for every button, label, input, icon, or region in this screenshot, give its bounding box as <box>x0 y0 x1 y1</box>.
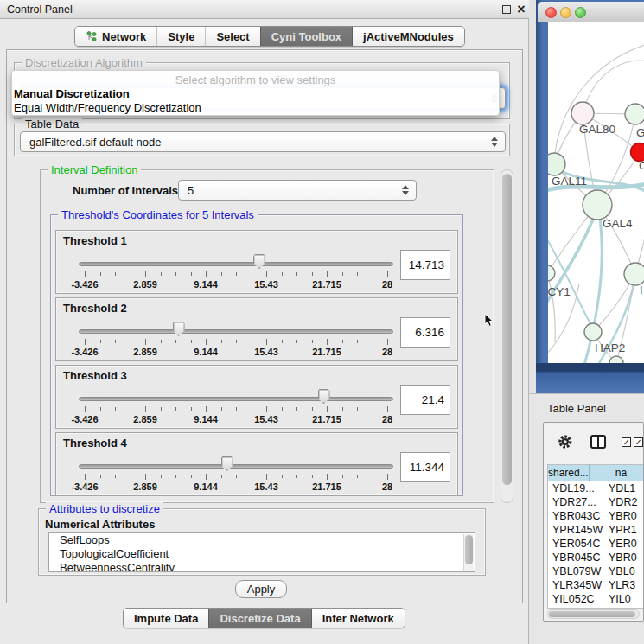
node-gcy1[interactable] <box>548 265 555 281</box>
threshold-2-value[interactable]: 6.316 <box>400 317 450 348</box>
combo-arrows-icon <box>402 185 410 195</box>
table-panel-body: ✓ ✓ shared... na YDL19...YDL1 YDR27...YD… <box>543 422 644 622</box>
scale-label: 21.715 <box>312 481 341 492</box>
scale-label: 15.43 <box>254 414 278 424</box>
table-data-combobox[interactable]: galFiltered.sif default node <box>20 131 506 152</box>
numerical-attributes-list[interactable]: SelfLoops TopologicalCoefficient Between… <box>48 532 475 572</box>
cell[interactable]: YBL0 <box>603 565 643 577</box>
table-row[interactable]: YBL079WYBL0 <box>548 564 643 578</box>
close-traffic-light[interactable] <box>545 7 557 18</box>
cell[interactable]: YDL19... <box>548 482 603 494</box>
tab-jactivemnodules[interactable]: jActiveMNodules <box>352 27 464 46</box>
cell[interactable]: YBR0 <box>603 510 643 522</box>
cell[interactable]: YER0 <box>603 538 643 550</box>
threshold-2-slider[interactable]: -3.426 2.859 9.144 15.43 21.715 28 <box>79 321 393 360</box>
tab-discretize-data[interactable]: Discretize Data <box>208 609 310 628</box>
number-of-intervals-combobox[interactable]: 5 <box>178 180 417 201</box>
network-window-titlebar[interactable] <box>538 2 644 22</box>
threshold-4-value[interactable]: 11.344 <box>400 452 450 482</box>
table-row[interactable]: YIL052CYIL0 <box>548 592 643 606</box>
popup-placeholder-option[interactable]: Select algorithm to view settings <box>12 73 499 86</box>
attributes-scrollbar-thumb[interactable] <box>465 535 473 564</box>
cell[interactable]: YBR045C <box>548 552 603 564</box>
apply-button[interactable]: Apply <box>235 580 287 598</box>
tab-network-label: Network <box>102 30 146 43</box>
table-row[interactable]: YDL19...YDL1 <box>548 481 643 495</box>
table-hscrollbar-thumb[interactable] <box>549 611 635 617</box>
network-canvas[interactable]: GAL80 G. C GAL11 GAL4 GCY1 H HAP2 <box>548 22 644 363</box>
threshold-4-slider[interactable]: -3.426 2.859 9.144 15.43 21.715 28 <box>79 456 393 495</box>
tab-select[interactable]: Select <box>205 27 259 46</box>
threshold-1-value[interactable]: 14.713 <box>400 250 450 280</box>
slider-thumb[interactable] <box>173 322 185 336</box>
table-row[interactable]: YDR27...YDR2 <box>548 495 643 509</box>
slider-scale: -3.426 2.859 9.144 15.43 21.715 28 <box>85 279 387 290</box>
cell[interactable]: YIL052C <box>548 593 603 605</box>
node-gal11[interactable] <box>548 153 565 175</box>
list-item-selfloops[interactable]: SelfLoops <box>49 533 475 547</box>
node-gal4[interactable] <box>583 190 612 220</box>
cell[interactable]: YPR1 <box>603 524 643 536</box>
tab-style[interactable]: Style <box>156 27 205 46</box>
cell[interactable]: YBR043C <box>548 510 603 522</box>
threshold-2-panel: Threshold 2 -3.426 2.859 9.144 15.43 21.… <box>55 297 458 361</box>
tab-infer-network[interactable]: Infer Network <box>311 609 405 628</box>
node-hap2[interactable] <box>584 323 602 341</box>
tab-cyni-toolbox[interactable]: Cyni Toolbox <box>260 27 352 46</box>
tab-jactive-label: jActiveMNodules <box>363 30 454 43</box>
table-row[interactable]: YER054CYER0 <box>548 537 643 551</box>
table-row[interactable]: YLR345WYLR3 <box>548 578 643 592</box>
checkbox-icon-1[interactable]: ✓ <box>622 437 631 447</box>
cell[interactable]: YDR27... <box>548 496 603 508</box>
table-data-title: Table Data <box>22 118 82 131</box>
node-gal80[interactable] <box>571 102 594 124</box>
cell[interactable]: YIL0 <box>603 593 643 605</box>
attributes-list-scrollbar[interactable] <box>463 534 474 571</box>
close-icon[interactable]: × <box>515 2 527 17</box>
list-item-topologicalcoefficient[interactable]: TopologicalCoefficient <box>49 547 475 561</box>
cell[interactable]: YDL1 <box>603 482 643 494</box>
checkbox-icon-2[interactable]: ✓ <box>634 437 643 447</box>
scale-label: 21.715 <box>312 414 341 424</box>
scale-label: 21.715 <box>312 347 341 357</box>
node-h[interactable] <box>624 263 644 285</box>
node-label-gal11: GAL11 <box>552 175 587 188</box>
control-panel: Control Panel × Network Style Select Cyn… <box>0 0 529 644</box>
slider-thumb[interactable] <box>253 254 265 269</box>
list-item-betweennesscentrality[interactable]: BetweennessCentrality <box>49 561 475 572</box>
threshold-3-value[interactable]: 21.4 <box>400 385 450 415</box>
table-row[interactable]: YBR045CYBR0 <box>548 551 643 564</box>
threshold-1-slider[interactable]: -3.426 2.859 9.144 15.43 21.715 28 <box>79 253 393 293</box>
slider-thumb[interactable] <box>318 389 330 404</box>
settings-scrollbar[interactable] <box>501 169 513 503</box>
minimize-traffic-light[interactable] <box>560 7 571 18</box>
settings-scrollbar-thumb[interactable] <box>502 174 512 485</box>
mouse-cursor <box>484 314 494 328</box>
table-horizontal-scrollbar[interactable] <box>547 609 640 619</box>
table-row[interactable]: YBR043CYBR0 <box>548 509 643 523</box>
split-columns-icon[interactable] <box>590 435 607 449</box>
cell[interactable]: YLR3 <box>603 579 643 591</box>
column-header-shared-name[interactable]: shared... <box>548 465 590 481</box>
table-row[interactable]: YPR145WYPR1 <box>548 523 643 537</box>
table-data-group: Table Data galFiltered.sif default node <box>14 124 510 156</box>
attributes-group-title: Attributes to discretize <box>46 502 163 515</box>
cell[interactable]: YLR345W <box>548 579 603 591</box>
threshold-3-slider[interactable]: -3.426 2.859 9.144 15.43 21.715 28 <box>79 388 393 428</box>
cell[interactable]: YPR145W <box>548 524 603 536</box>
slider-thumb[interactable] <box>221 456 233 471</box>
column-header-name[interactable]: na <box>590 465 643 481</box>
cell[interactable]: YBR0 <box>603 552 643 564</box>
cell[interactable]: YER054C <box>548 538 603 550</box>
zoom-traffic-light[interactable] <box>575 7 586 18</box>
cell[interactable]: YDR2 <box>603 496 643 508</box>
float-window-icon[interactable] <box>502 5 511 14</box>
popup-option-equal-width-frequency[interactable]: Equal Width/Frequency Discretization <box>14 101 201 114</box>
scale-label: 21.715 <box>312 279 341 290</box>
popup-option-manual-discretization[interactable]: Manual Discretization <box>14 87 130 100</box>
tab-impute-data[interactable]: Impute Data <box>124 609 208 628</box>
tab-network[interactable]: Network <box>75 27 156 46</box>
node-top-right[interactable] <box>625 104 644 124</box>
gear-icon[interactable] <box>558 434 573 450</box>
cell[interactable]: YBL079W <box>548 565 603 577</box>
